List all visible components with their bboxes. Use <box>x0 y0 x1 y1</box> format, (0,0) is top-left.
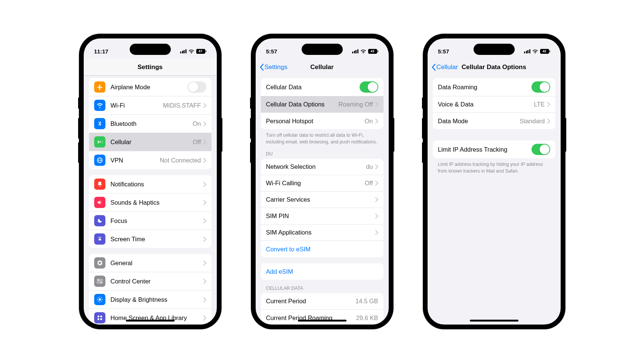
nav-bar: Cellular Cellular Data Options <box>428 59 561 76</box>
status-time: 5:57 <box>266 48 277 55</box>
row-data-mode[interactable]: Data Mode Standard <box>433 113 555 129</box>
section-header-du: DU <box>256 145 389 158</box>
footer-text: Limit IP address tracking by hiding your… <box>428 158 561 174</box>
row-vpn[interactable]: VPN Not Connected <box>89 151 212 169</box>
cellular-icon <box>94 136 105 148</box>
chevron-icon <box>375 181 378 186</box>
row-home-screen[interactable]: Home Screen & App Library <box>89 309 212 325</box>
status-time: 11:17 <box>94 48 108 55</box>
chevron-icon <box>375 230 378 235</box>
chevron-icon <box>375 164 378 169</box>
bluetooth-icon <box>94 118 105 129</box>
svg-rect-4 <box>97 279 102 281</box>
svg-point-8 <box>99 298 101 301</box>
data-roaming-toggle[interactable] <box>531 81 550 93</box>
svg-rect-18 <box>100 316 102 317</box>
wifi-icon <box>360 49 366 53</box>
wifi-icon <box>188 49 194 53</box>
row-personal-hotspot[interactable]: Personal Hotspot On <box>261 113 383 129</box>
cellular-data-toggle[interactable] <box>360 81 378 93</box>
home-indicator[interactable] <box>126 320 175 322</box>
row-wifi[interactable]: Wi-Fi MIDIS.STAFF <box>89 96 212 115</box>
limit-ip-toggle[interactable] <box>531 144 550 155</box>
page-title: Settings <box>138 63 163 71</box>
status-time: 5:57 <box>438 48 449 55</box>
chevron-icon <box>203 121 206 126</box>
section-header-cellular-data: CELLULAR DATA <box>256 280 389 292</box>
row-airplane-mode[interactable]: Airplane Mode <box>89 78 212 96</box>
chevron-icon <box>375 119 378 124</box>
svg-point-5 <box>98 279 99 280</box>
home-indicator[interactable] <box>470 320 518 322</box>
vpn-icon <box>94 155 105 166</box>
row-limit-ip-tracking[interactable]: Limit IP Address Tracking <box>433 140 555 158</box>
speaker-icon <box>94 197 105 208</box>
chevron-icon <box>203 237 206 242</box>
sliders-icon <box>94 276 105 287</box>
bell-icon <box>94 179 105 190</box>
svg-line-15 <box>98 301 98 301</box>
row-sim-applications[interactable]: SIM Applications <box>261 224 383 241</box>
row-voice-data[interactable]: Voice & Data LTE <box>433 96 555 113</box>
row-add-esim[interactable]: Add eSIM <box>261 263 383 280</box>
chevron-icon <box>203 182 206 187</box>
dynamic-island <box>302 44 343 55</box>
row-screen-time[interactable]: Screen Time <box>89 230 212 248</box>
chevron-icon <box>203 316 206 320</box>
chevron-icon <box>203 140 206 145</box>
phone-cellular: 5:57 43 Settings Cellular Cellular Data <box>251 34 393 329</box>
chevron-icon <box>203 297 206 302</box>
chevron-icon <box>203 158 206 163</box>
svg-line-13 <box>98 298 98 298</box>
airplane-toggle[interactable] <box>188 81 206 93</box>
row-current-period-roaming: Current Period Roaming 29.6 KB <box>261 310 383 325</box>
chevron-icon <box>375 102 378 107</box>
svg-rect-6 <box>97 282 102 283</box>
page-title: Cellular Data Options <box>462 63 526 71</box>
row-sounds[interactable]: Sounds & Haptics <box>89 193 212 212</box>
wifi-app-icon <box>94 100 105 111</box>
phone-cellular-data-options: 5:57 42 Cellular Cellular Data Options D… <box>423 34 565 329</box>
sun-icon <box>94 294 105 305</box>
chevron-icon <box>547 119 550 124</box>
airplane-icon <box>94 81 105 93</box>
svg-line-16 <box>101 298 102 298</box>
cellular-signal-icon <box>524 49 530 53</box>
row-general[interactable]: General <box>89 254 212 272</box>
row-cellular-data-options[interactable]: Cellular Data Options Roaming Off <box>261 96 383 113</box>
cellular-signal-icon <box>180 49 187 53</box>
row-focus[interactable]: Focus <box>89 212 212 230</box>
home-indicator[interactable] <box>298 320 346 322</box>
hourglass-icon <box>94 233 105 245</box>
row-control-center[interactable]: Control Center <box>89 272 212 291</box>
svg-line-14 <box>101 301 102 301</box>
row-cellular[interactable]: Cellular Off <box>89 133 212 151</box>
chevron-icon <box>375 214 378 218</box>
row-data-roaming[interactable]: Data Roaming <box>433 78 555 96</box>
row-display[interactable]: Display & Brightness <box>89 291 212 309</box>
dynamic-island <box>130 44 171 55</box>
wifi-icon <box>532 49 538 53</box>
nav-bar: Settings Cellular <box>256 59 389 76</box>
phone-settings: 11:17 67 Settings Airplane Mode Wi-Fi <box>79 34 221 329</box>
svg-point-7 <box>100 282 101 283</box>
row-current-period: Current Period 14.5 GB <box>261 293 383 310</box>
battery-icon: 42 <box>540 49 550 54</box>
chevron-icon <box>203 218 206 223</box>
row-notifications[interactable]: Notifications <box>89 175 212 193</box>
svg-rect-17 <box>98 316 99 317</box>
svg-rect-20 <box>100 318 102 320</box>
back-button[interactable]: Settings <box>259 63 287 71</box>
chevron-icon <box>375 197 378 202</box>
row-wifi-calling[interactable]: Wi-Fi Calling Off <box>261 175 383 192</box>
row-bluetooth[interactable]: Bluetooth On <box>89 115 212 133</box>
row-carrier-services[interactable]: Carrier Services <box>261 192 383 208</box>
row-convert-esim[interactable]: Convert to eSIM <box>261 241 383 257</box>
back-button[interactable]: Cellular <box>431 63 458 71</box>
chevron-icon <box>547 102 550 107</box>
chevron-icon <box>203 261 206 266</box>
row-sim-pin[interactable]: SIM PIN <box>261 208 383 224</box>
row-network-selection[interactable]: Network Selection du <box>261 159 383 175</box>
row-cellular-data[interactable]: Cellular Data <box>261 78 383 96</box>
nav-bar: Settings <box>84 59 217 76</box>
